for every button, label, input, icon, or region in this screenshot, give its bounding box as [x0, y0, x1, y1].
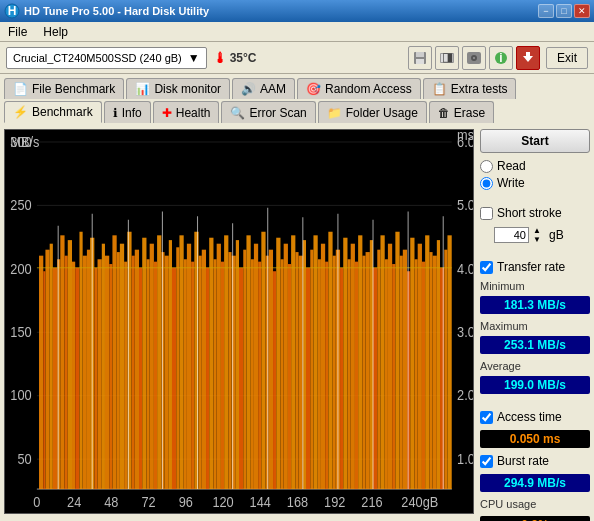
maximum-label: Maximum	[480, 320, 590, 332]
svg-rect-97	[258, 262, 261, 489]
menu-help[interactable]: Help	[39, 24, 72, 40]
window-title: HD Tune Pro 5.00 - Hard Disk Utility	[24, 5, 209, 17]
exit-button[interactable]: Exit	[546, 47, 588, 69]
svg-rect-3	[416, 52, 424, 57]
svg-rect-140	[418, 244, 422, 489]
svg-rect-70	[157, 235, 161, 489]
write-radio-label[interactable]: Write	[480, 176, 590, 190]
svg-rect-51	[87, 250, 90, 489]
svg-rect-135	[400, 256, 403, 489]
dropdown-arrow-icon[interactable]: ▼	[188, 51, 200, 65]
tab-folder-usage[interactable]: 📁 Folder Usage	[318, 101, 427, 123]
tabs-row-2: ⚡ Benchmark ℹ Info ✚ Health 🔍 Error Scan…	[4, 101, 590, 123]
svg-text:150: 150	[10, 324, 32, 340]
gb-spin-row: ▲ ▼ gB	[494, 226, 590, 244]
svg-rect-128	[373, 268, 377, 489]
burst-rate-value: 294.9 MB/s	[480, 474, 590, 492]
tab-extra-tests-label: Extra tests	[451, 82, 508, 96]
close-button[interactable]: ✕	[574, 4, 590, 18]
burst-rate-checkbox[interactable]	[480, 455, 493, 468]
svg-rect-130	[380, 235, 384, 489]
svg-text:120: 120	[212, 494, 234, 510]
maximize-button[interactable]: □	[556, 4, 572, 18]
minimum-label: Minimum	[480, 280, 590, 292]
tab-health-label: Health	[176, 106, 211, 120]
svg-rect-59	[117, 252, 120, 489]
access-time-value: 0.050 ms	[480, 430, 590, 448]
tab-health[interactable]: ✚ Health	[153, 101, 220, 123]
tab-random-access-label: Random Access	[325, 82, 412, 96]
svg-rect-143	[429, 252, 432, 489]
svg-rect-87	[221, 262, 224, 489]
load-icon-btn[interactable]: ◨	[435, 46, 459, 70]
tab-aam[interactable]: 🔊 AAM	[232, 78, 295, 99]
tab-disk-monitor[interactable]: 📊 Disk monitor	[126, 78, 230, 99]
svg-text:72: 72	[141, 494, 155, 510]
svg-rect-103	[280, 259, 283, 489]
svg-text:MB/s: MB/s	[10, 134, 39, 150]
save-icon-btn[interactable]	[408, 46, 432, 70]
spin-up-button[interactable]: ▲	[533, 226, 545, 235]
transfer-rate-label: Transfer rate	[497, 260, 565, 274]
write-radio[interactable]	[480, 177, 493, 190]
download-icon-btn[interactable]	[516, 46, 540, 70]
window-controls[interactable]: − □ ✕	[538, 4, 590, 18]
tab-erase[interactable]: 🗑 Erase	[429, 101, 494, 123]
transfer-rate-checkbox[interactable]	[480, 261, 493, 274]
svg-rect-84	[209, 238, 213, 489]
menu-file[interactable]: File	[4, 24, 31, 40]
tab-info-label: Info	[122, 106, 142, 120]
svg-rect-60	[120, 244, 124, 489]
svg-text:192: 192	[324, 494, 345, 510]
gb-input[interactable]	[494, 227, 529, 243]
svg-rect-112	[313, 235, 317, 489]
tab-file-benchmark[interactable]: 📄 File Benchmark	[4, 78, 124, 99]
spin-down-button[interactable]: ▼	[533, 235, 545, 244]
transfer-rate-checkbox-row: Transfer rate	[480, 260, 590, 274]
svg-rect-139	[415, 259, 418, 489]
svg-rect-53	[94, 268, 97, 489]
toolbar: Crucial_CT240M500SSD (240 gB) ▼ 🌡 35°C ◨…	[0, 42, 594, 74]
disk-monitor-icon: 📊	[135, 82, 150, 96]
svg-rect-79	[191, 262, 194, 489]
svg-rect-119	[340, 268, 343, 489]
svg-rect-83	[206, 268, 209, 489]
start-button[interactable]: Start	[480, 129, 590, 153]
svg-rect-111	[310, 250, 313, 489]
benchmark-chart: 300 250 200 150 100 50 MB/s 6.00 5.00 4.…	[4, 129, 474, 514]
svg-rect-46	[68, 240, 72, 489]
svg-text:168: 168	[287, 494, 308, 510]
svg-rect-85	[213, 259, 216, 489]
svg-text:◨: ◨	[441, 50, 452, 64]
svg-rect-57	[109, 264, 112, 489]
svg-text:i: i	[499, 51, 502, 65]
svg-rect-120	[343, 238, 347, 489]
burst-rate-label: Burst rate	[497, 454, 549, 468]
tab-random-access[interactable]: 🎯 Random Access	[297, 78, 421, 99]
disk-icon-btn[interactable]	[462, 46, 486, 70]
info-icon-btn[interactable]: i	[489, 46, 513, 70]
svg-rect-113	[318, 259, 321, 489]
read-radio[interactable]	[480, 160, 493, 173]
tab-info[interactable]: ℹ Info	[104, 101, 151, 123]
read-radio-label[interactable]: Read	[480, 159, 590, 173]
svg-rect-77	[184, 259, 187, 489]
drive-selector[interactable]: Crucial_CT240M500SSD (240 gB) ▼	[6, 47, 207, 69]
minimize-button[interactable]: −	[538, 4, 554, 18]
access-time-checkbox[interactable]	[480, 411, 493, 424]
short-stroke-checkbox[interactable]	[480, 207, 493, 220]
svg-rect-41	[50, 244, 53, 489]
svg-rect-78	[187, 244, 191, 489]
tab-benchmark[interactable]: ⚡ Benchmark	[4, 101, 102, 123]
svg-rect-69	[154, 262, 157, 489]
tab-extra-tests[interactable]: 📋 Extra tests	[423, 78, 517, 99]
svg-rect-89	[228, 252, 231, 489]
svg-rect-58	[112, 235, 116, 489]
svg-text:2.00: 2.00	[457, 388, 473, 404]
svg-rect-61	[124, 262, 127, 489]
thermometer-icon: 🌡	[213, 50, 227, 66]
svg-rect-124	[358, 235, 362, 489]
tab-error-scan[interactable]: 🔍 Error Scan	[221, 101, 315, 123]
svg-rect-102	[276, 238, 280, 489]
temperature-value: 35°C	[230, 51, 257, 65]
